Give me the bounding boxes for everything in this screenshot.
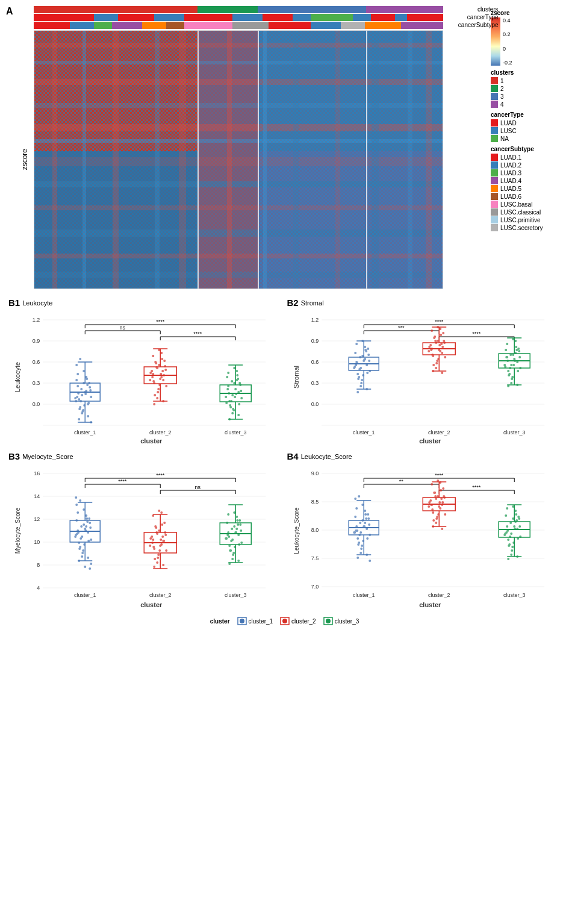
cluster2-color bbox=[491, 85, 498, 92]
cancersubtype-legend-title: cancerSubtype bbox=[491, 146, 563, 152]
svg-point-197 bbox=[238, 382, 241, 384]
svg-point-399 bbox=[82, 549, 84, 552]
panel-b4-label: B4 bbox=[287, 451, 299, 461]
svg-point-295 bbox=[441, 346, 444, 348]
svg-point-562 bbox=[368, 523, 370, 526]
svg-point-140 bbox=[162, 379, 164, 381]
panel-row-2: B3 Myelocyte_Score 16 14 12 10 bbox=[6, 449, 563, 614]
svg-point-555 bbox=[355, 529, 357, 532]
panel-b2-label: B2 bbox=[287, 298, 299, 308]
svg-point-473 bbox=[235, 528, 238, 530]
svg-point-413 bbox=[74, 535, 76, 538]
svg-point-607 bbox=[435, 522, 437, 524]
svg-point-603 bbox=[432, 519, 435, 522]
svg-point-599 bbox=[434, 492, 436, 494]
svg-point-183 bbox=[234, 388, 237, 390]
svg-text:cluster_1: cluster_1 bbox=[352, 429, 375, 435]
svg-point-400 bbox=[86, 517, 88, 520]
svg-rect-0 bbox=[34, 6, 197, 13]
svg-point-415 bbox=[81, 555, 83, 558]
svg-point-196 bbox=[232, 408, 234, 410]
svg-point-192 bbox=[226, 388, 229, 390]
svg-point-120 bbox=[76, 373, 79, 375]
svg-point-600 bbox=[438, 501, 441, 504]
svg-text:****: **** bbox=[435, 472, 444, 478]
svg-point-303 bbox=[442, 332, 444, 334]
svg-rect-18 bbox=[166, 22, 184, 29]
cluster1-color bbox=[491, 77, 498, 84]
svg-rect-15 bbox=[94, 22, 112, 29]
svg-point-244 bbox=[356, 373, 359, 375]
svg-point-559 bbox=[360, 548, 362, 550]
svg-text:1.2: 1.2 bbox=[311, 317, 319, 323]
svg-text:7.5: 7.5 bbox=[311, 555, 319, 561]
svg-point-206 bbox=[237, 414, 240, 416]
svg-point-475 bbox=[233, 525, 235, 528]
zscore-scale-labels: 0.4 0.2 0 -0.2 bbox=[503, 17, 512, 66]
svg-point-287 bbox=[444, 356, 446, 358]
svg-point-423 bbox=[84, 566, 86, 568]
svg-point-484 bbox=[236, 519, 238, 522]
svg-rect-65 bbox=[34, 31, 443, 289]
svg-point-117 bbox=[78, 408, 81, 410]
svg-point-269 bbox=[359, 385, 362, 387]
svg-point-560 bbox=[367, 513, 369, 516]
svg-point-267 bbox=[353, 367, 355, 369]
svg-point-446 bbox=[152, 546, 155, 548]
svg-point-189 bbox=[238, 403, 240, 405]
svg-text:Leukocyte: Leukocyte bbox=[14, 362, 21, 392]
svg-point-640 bbox=[511, 549, 513, 552]
svg-point-187 bbox=[236, 374, 238, 376]
svg-point-190 bbox=[231, 380, 233, 382]
svg-point-442 bbox=[149, 537, 152, 540]
svg-point-444 bbox=[157, 554, 160, 556]
svg-text:****: **** bbox=[435, 319, 444, 325]
svg-point-644 bbox=[503, 534, 506, 536]
svg-point-252 bbox=[367, 354, 370, 356]
svg-point-256 bbox=[366, 372, 368, 374]
svg-point-588 bbox=[438, 505, 440, 508]
svg-point-571 bbox=[368, 560, 371, 562]
svg-point-572 bbox=[358, 495, 360, 498]
cancersubtype-track-label: cancerSubtype bbox=[458, 22, 499, 28]
svg-point-601 bbox=[435, 517, 438, 520]
svg-point-461 bbox=[160, 511, 163, 514]
svg-point-449 bbox=[158, 549, 161, 552]
svg-text:cluster_2: cluster_2 bbox=[428, 592, 450, 598]
legend-cluster1-label: cluster_1 bbox=[249, 618, 273, 625]
panel-b2-title: Stromal bbox=[301, 299, 324, 307]
svg-point-425 bbox=[89, 567, 91, 570]
clusters-legend-title: clusters bbox=[491, 69, 563, 76]
svg-point-158 bbox=[163, 360, 166, 362]
svg-point-307 bbox=[431, 329, 433, 332]
svg-point-405 bbox=[76, 532, 78, 535]
svg-point-112 bbox=[86, 384, 89, 386]
svg-point-296 bbox=[434, 340, 437, 342]
svg-point-561 bbox=[357, 543, 359, 546]
panel-b3: B3 Myelocyte_Score 16 14 12 10 bbox=[6, 449, 285, 614]
panel-b4: B4 Leukocyte_Score 9.0 8.5 8.0 7.5 7.0 bbox=[285, 449, 564, 614]
svg-point-145 bbox=[149, 372, 152, 374]
svg-rect-6 bbox=[118, 14, 154, 21]
svg-point-664 bbox=[282, 619, 287, 623]
svg-point-148 bbox=[161, 358, 163, 360]
svg-text:cluster_1: cluster_1 bbox=[74, 429, 96, 435]
svg-point-322 bbox=[507, 370, 509, 372]
svg-text:4: 4 bbox=[37, 585, 40, 591]
svg-text:14: 14 bbox=[34, 493, 40, 499]
panel-b3-label: B3 bbox=[8, 451, 20, 461]
panel-b1-chart: 1.2 0.9 0.6 0.3 0.0 Leukocyte **** bbox=[8, 308, 282, 446]
svg-text:cluster_1: cluster_1 bbox=[352, 592, 375, 598]
svg-point-605 bbox=[428, 505, 430, 508]
svg-point-161 bbox=[149, 379, 151, 381]
svg-point-341 bbox=[511, 378, 513, 380]
svg-text:cluster_2: cluster_2 bbox=[149, 429, 172, 435]
cluster4-color bbox=[491, 101, 498, 108]
svg-point-451 bbox=[161, 535, 164, 538]
svg-text:0.9: 0.9 bbox=[311, 338, 319, 344]
svg-text:0.3: 0.3 bbox=[311, 380, 319, 386]
svg-point-621 bbox=[507, 538, 509, 541]
svg-text:Myelocyte_Score: Myelocyte_Score bbox=[14, 507, 21, 554]
svg-text:cluster: cluster bbox=[140, 437, 163, 445]
svg-point-260 bbox=[365, 350, 367, 352]
